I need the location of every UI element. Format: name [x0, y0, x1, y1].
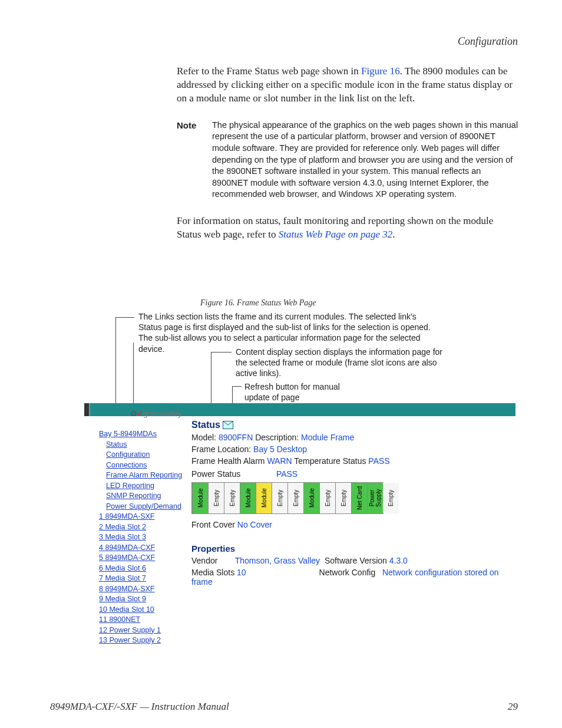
- media-net-row: Media Slots 10 Network Config Network co…: [191, 568, 521, 587]
- sidebar-links: Bay 5-8949MDAs StatusConfigurationConnec…: [99, 429, 190, 646]
- media-key: Media Slots: [191, 568, 234, 577]
- model-key: Model:: [191, 433, 216, 442]
- sidebar-sub-link[interactable]: LED Reporting: [106, 481, 190, 492]
- sidebar-slot-link[interactable]: 6 Media Slot 6: [99, 564, 190, 574]
- slot-cell[interactable]: Net Card: [351, 483, 367, 513]
- slot-strip: ModuleEmptyEmptyModuleModuleEmptyEmptyMo…: [191, 482, 384, 514]
- body-text: Refer to the Frame Status web page shown…: [177, 65, 518, 242]
- sidebar-sub-link[interactable]: Frame Alarm Reporting: [106, 470, 190, 481]
- sidebar-slot-link[interactable]: 11 8900NET: [99, 615, 190, 625]
- sidebar-slot-link[interactable]: 12 Power Supply 1: [99, 625, 190, 636]
- figure-caption: Figure 16. Frame Status Web Page: [200, 298, 316, 308]
- callout-line: [115, 317, 116, 403]
- sidebar-sub-link[interactable]: Status: [106, 440, 190, 450]
- sw-value: 4.3.0: [389, 556, 408, 565]
- callout-line: [211, 352, 211, 409]
- note-text: The physical appearance of the graphics …: [212, 120, 518, 200]
- sidebar-slot-link[interactable]: 10 Media Slot 10: [99, 605, 190, 615]
- para2-b: .: [392, 229, 395, 240]
- slot-cell[interactable]: Empty: [208, 483, 224, 513]
- paragraph-1: Refer to the Frame Status web page shown…: [177, 65, 518, 106]
- front-key: Front Cover: [191, 520, 235, 529]
- grassvalley-logo: G✓grassvalley: [131, 409, 181, 418]
- callout-line: [232, 386, 242, 387]
- callout-line: [133, 342, 134, 407]
- para1-a: Refer to the Frame Status web page shown…: [177, 65, 361, 77]
- slot-cell[interactable]: Empty: [383, 483, 399, 513]
- logo-g: G: [131, 409, 137, 418]
- note-block: Note The physical appearance of the grap…: [177, 120, 518, 200]
- footer-title: 8949MDA-CXF/-SXF — Instruction Manual: [50, 701, 229, 713]
- model-row: Model: 8900FFN Description: Module Frame: [191, 433, 521, 442]
- sidebar-sub-link[interactable]: SNMP Reporting: [106, 491, 190, 502]
- slot-cell[interactable]: Empty: [272, 483, 287, 513]
- temp-key: Temperature Status: [294, 456, 366, 466]
- slot-cell[interactable]: Empty: [319, 483, 335, 513]
- net-key: Network Config: [319, 568, 376, 577]
- ps-key: Power Status: [191, 469, 274, 479]
- refresh-icon[interactable]: [223, 421, 233, 429]
- sidebar-slot-link[interactable]: 13 Power Supply 2: [99, 635, 190, 646]
- desc-key: Description:: [255, 433, 299, 442]
- figure-link[interactable]: Figure 16: [361, 65, 400, 77]
- health-row: Frame Health Alarm WARN Temperature Stat…: [191, 456, 521, 466]
- desc-value: Module Frame: [301, 433, 354, 442]
- logo-text: grassvalley: [143, 409, 181, 418]
- status-page-link[interactable]: Status Web Page on page 32: [279, 229, 392, 240]
- sidebar-sub-link[interactable]: Connections: [106, 460, 190, 471]
- sidebar-slot-link[interactable]: 5 8949MDA-CXF: [99, 553, 190, 564]
- slot-cell[interactable]: Empty: [224, 483, 240, 513]
- temp-value: PASS: [368, 456, 389, 466]
- paragraph-2: For information on status, fault monitor…: [177, 215, 518, 242]
- slot-cell[interactable]: Module: [240, 483, 256, 513]
- ps-value: PASS: [276, 469, 297, 479]
- sidebar-slot-link[interactable]: 9 Media Slot 9: [99, 594, 190, 605]
- slot-cell[interactable]: Power Supply: [367, 483, 383, 513]
- slot-cell[interactable]: Module: [303, 483, 319, 513]
- page-number: 29: [508, 701, 518, 713]
- front-value: No Cover: [237, 520, 272, 529]
- loc-key: Frame Location:: [191, 444, 251, 454]
- slot-cell[interactable]: Module: [256, 483, 272, 513]
- model-value: 8900FFN: [219, 433, 253, 442]
- callout-line: [211, 352, 232, 353]
- logo-check-icon: ✓: [137, 409, 143, 418]
- slot-cell[interactable]: Module: [192, 483, 208, 513]
- sidebar-sub-link[interactable]: Configuration: [106, 450, 190, 460]
- sidebar-slot-link[interactable]: 2 Media Slot 2: [99, 522, 190, 533]
- slot-cell[interactable]: Empty: [335, 483, 351, 513]
- properties-heading: Properties: [191, 543, 521, 554]
- teal-bar-edge: [84, 403, 90, 416]
- sidebar-sub-link[interactable]: Power Supply/Demand: [106, 502, 190, 512]
- vendor-row: Vendor Thomson, Grass Valley Software Ve…: [191, 556, 521, 565]
- status-heading: Status: [191, 420, 220, 430]
- sidebar-slot-link[interactable]: 7 Media Slot 7: [99, 574, 190, 584]
- annotation-content-section: Content display section displays the inf…: [236, 347, 454, 379]
- vendor-key: Vendor: [191, 556, 233, 565]
- slot-cell[interactable]: Empty: [287, 483, 303, 513]
- callout-line: [115, 317, 134, 318]
- sidebar-slot-link[interactable]: 4 8949MDA-CXF: [99, 543, 190, 554]
- sw-key: Software Version: [325, 556, 387, 565]
- front-cover-row: Front Cover No Cover: [191, 520, 521, 529]
- fha-key: Frame Health Alarm: [191, 456, 265, 466]
- media-value: 10: [237, 568, 246, 577]
- fha-value: WARN: [267, 456, 292, 466]
- note-label: Note: [177, 120, 212, 200]
- annotation-refresh: Refresh button for manual update of page: [244, 381, 362, 403]
- section-header: Configuration: [458, 35, 518, 48]
- location-row: Frame Location: Bay 5 Desktop: [191, 444, 521, 454]
- status-panel: Status Model: 8900FFN Description: Modul…: [191, 420, 521, 587]
- sidebar-slot-link[interactable]: 3 Media Slot 3: [99, 532, 190, 543]
- sidebar-slot-link[interactable]: 1 8949MDA-SXF: [99, 512, 190, 522]
- sidebar-slot-link[interactable]: 8 8949MDA-SXF: [99, 584, 190, 595]
- loc-value: Bay 5 Desktop: [253, 444, 307, 454]
- power-status-row: Power Status PASS: [191, 469, 521, 479]
- sidebar-frame-link[interactable]: Bay 5-8949MDAs: [99, 429, 190, 440]
- vendor-value: Thomson, Grass Valley: [235, 556, 320, 565]
